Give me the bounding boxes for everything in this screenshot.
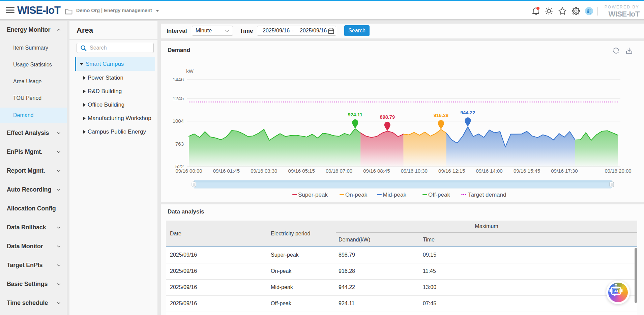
svg-text:Off-peak: Off-peak — [428, 192, 450, 198]
svg-text:Target demand: Target demand — [468, 192, 506, 198]
svg-text:09/16 01:45: 09/16 01:45 — [213, 168, 240, 174]
svg-text:1446: 1446 — [173, 77, 184, 82]
svg-text:944.22: 944.22 — [460, 110, 475, 115]
svg-text:Mid-peak: Mid-peak — [383, 192, 406, 198]
svg-text:09/16 14:00: 09/16 14:00 — [476, 168, 502, 174]
svg-text:09/16 00:00: 09/16 00:00 — [175, 168, 202, 174]
svg-text:09/16 17:30: 09/16 17:30 — [551, 168, 578, 174]
svg-text:09/16 07:00: 09/16 07:00 — [326, 168, 352, 174]
svg-text:On-peak: On-peak — [345, 192, 368, 198]
svg-text:Super-peak: Super-peak — [298, 192, 328, 198]
svg-text:09/16 20:00: 09/16 20:00 — [605, 168, 631, 174]
svg-text:09/16 12:15: 09/16 12:15 — [438, 168, 465, 174]
svg-text:kW: kW — [186, 68, 194, 74]
svg-text:1004: 1004 — [173, 118, 184, 124]
svg-text:924.11: 924.11 — [348, 112, 363, 117]
svg-text:09/16 10:30: 09/16 10:30 — [401, 168, 428, 174]
svg-text:AI: AI — [614, 289, 618, 293]
svg-text:763: 763 — [175, 141, 184, 147]
svg-text:09/16 08:45: 09/16 08:45 — [363, 168, 390, 174]
svg-text:09/16 03:30: 09/16 03:30 — [251, 168, 277, 174]
svg-text:09/16 15:45: 09/16 15:45 — [514, 168, 540, 174]
svg-text:916.28: 916.28 — [434, 113, 448, 118]
svg-text:898.79: 898.79 — [380, 114, 395, 120]
svg-text:09/16 05:15: 09/16 05:15 — [288, 168, 315, 174]
svg-text:1245: 1245 — [173, 95, 184, 101]
